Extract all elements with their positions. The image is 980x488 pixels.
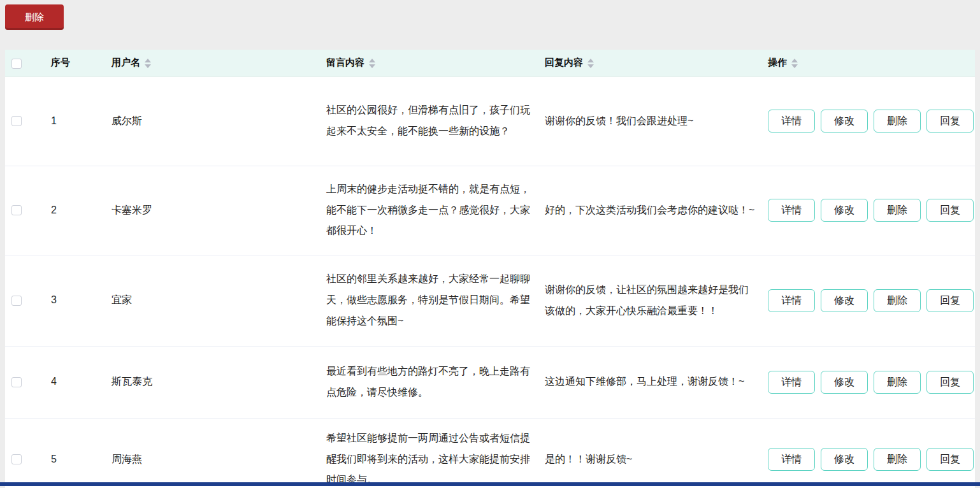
delete-button[interactable]: 删除 (874, 289, 921, 312)
table-body: 1 威尔斯 社区的公园很好，但滑梯有点旧了，孩子们玩起来不太安全，能不能换一些新… (5, 76, 975, 488)
edit-button[interactable]: 修改 (821, 199, 868, 222)
row-index: 5 (45, 418, 105, 488)
column-header-label: 用户名 (112, 57, 140, 68)
details-button[interactable]: 详情 (768, 289, 815, 312)
reply-button[interactable]: 回复 (926, 448, 974, 471)
delete-button[interactable]: 删除 (874, 448, 921, 471)
column-header-reply[interactable]: 回复内容 (538, 50, 761, 76)
row-message: 社区的公园很好，但滑梯有点旧了，孩子们玩起来不太安全，能不能换一些新的设施？ (326, 76, 538, 166)
reply-button[interactable]: 回复 (926, 110, 974, 133)
bottom-scrollbar[interactable] (0, 482, 980, 486)
edit-button[interactable]: 修改 (821, 289, 868, 312)
edit-button[interactable]: 修改 (821, 371, 868, 394)
row-checkbox[interactable] (11, 205, 22, 215)
row-message: 上周末的健步走活动挺不错的，就是有点短，能不能下一次稍微多走一点？感觉很好，大家… (326, 166, 538, 255)
row-username: 威尔斯 (105, 76, 326, 166)
table-row: 5 周海燕 希望社区能够提前一两周通过公告或者短信提醒我们即将到来的活动，这样大… (5, 418, 975, 488)
row-reply: 是的！！谢谢反馈~ (538, 418, 761, 488)
row-actions: 详情修改删除回复 (768, 289, 975, 312)
row-checkbox[interactable] (11, 454, 22, 464)
column-header-message[interactable]: 留言内容 (326, 50, 538, 76)
column-header-label: 回复内容 (545, 57, 583, 68)
table-header-row: 序号 用户名 留言内容 回复内容 操作 (5, 50, 975, 76)
sort-carets-icon[interactable] (791, 59, 798, 68)
row-username: 卡塞米罗 (105, 166, 326, 255)
table-row: 4 斯瓦泰克 最近看到有些地方的路灯不亮了，晚上走路有点危险，请尽快维修。 这边… (5, 346, 975, 418)
row-index: 4 (45, 346, 105, 418)
edit-button[interactable]: 修改 (821, 448, 868, 471)
row-actions: 详情修改删除回复 (768, 448, 975, 471)
column-header-actions[interactable]: 操作 (761, 50, 975, 76)
edit-button[interactable]: 修改 (821, 110, 868, 133)
column-header-label: 序号 (51, 57, 70, 68)
row-actions: 详情修改删除回复 (768, 110, 975, 133)
toolbar: 删除 (0, 0, 980, 45)
column-header-label: 操作 (768, 57, 787, 68)
row-index: 2 (45, 166, 105, 255)
reply-button[interactable]: 回复 (926, 289, 974, 312)
select-all-checkbox[interactable] (11, 59, 22, 69)
row-checkbox[interactable] (11, 377, 22, 387)
messages-table-container: 序号 用户名 留言内容 回复内容 操作 1 威尔斯 社区的公园很好，但滑梯有点旧… (5, 50, 975, 488)
row-message: 最近看到有些地方的路灯不亮了，晚上走路有点危险，请尽快维修。 (326, 346, 538, 418)
row-username: 斯瓦泰克 (105, 346, 326, 418)
row-reply: 这边通知下维修部，马上处理，谢谢反馈！~ (538, 346, 761, 418)
row-message: 希望社区能够提前一两周通过公告或者短信提醒我们即将到来的活动，这样大家能提前安排… (326, 418, 538, 488)
row-message: 社区的邻里关系越来越好，大家经常一起聊聊天，做些志愿服务，特别是节假日期间。希望… (326, 255, 538, 346)
delete-button[interactable]: 删除 (874, 199, 921, 222)
details-button[interactable]: 详情 (768, 371, 815, 394)
row-checkbox[interactable] (11, 116, 22, 126)
row-actions: 详情修改删除回复 (768, 371, 975, 394)
sort-carets-icon[interactable] (145, 59, 151, 68)
delete-button[interactable]: 删除 (874, 371, 921, 394)
row-reply: 谢谢你的反馈！我们会跟进处理~ (538, 76, 761, 166)
details-button[interactable]: 详情 (768, 199, 815, 222)
column-header-index: 序号 (45, 50, 105, 76)
row-checkbox[interactable] (11, 296, 22, 306)
reply-button[interactable]: 回复 (926, 371, 974, 394)
table-row: 2 卡塞米罗 上周末的健步走活动挺不错的，就是有点短，能不能下一次稍微多走一点？… (5, 166, 975, 255)
sort-carets-icon[interactable] (587, 59, 594, 68)
table-row: 1 威尔斯 社区的公园很好，但滑梯有点旧了，孩子们玩起来不太安全，能不能换一些新… (5, 76, 975, 166)
row-index: 1 (45, 76, 105, 166)
row-actions: 详情修改删除回复 (768, 199, 975, 222)
sort-carets-icon[interactable] (369, 59, 375, 68)
column-header-username[interactable]: 用户名 (105, 50, 326, 76)
delete-button[interactable]: 删除 (874, 110, 921, 133)
row-username: 周海燕 (105, 418, 326, 488)
reply-button[interactable]: 回复 (926, 199, 974, 222)
details-button[interactable]: 详情 (768, 448, 815, 471)
row-reply: 好的，下次这类活动我们会考虑你的建议哒！~ (538, 166, 761, 255)
row-reply: 谢谢你的反馈，让社区的氛围越来越好是我们该做的，大家开心快乐融洽最重要！！ (538, 255, 761, 346)
row-username: 宜家 (105, 255, 326, 346)
messages-table: 序号 用户名 留言内容 回复内容 操作 1 威尔斯 社区的公园很好，但滑梯有点旧… (5, 50, 975, 488)
details-button[interactable]: 详情 (768, 110, 815, 133)
column-header-label: 留言内容 (326, 57, 364, 68)
row-index: 3 (45, 255, 105, 346)
bulk-delete-button[interactable]: 删除 (5, 4, 64, 30)
table-row: 3 宜家 社区的邻里关系越来越好，大家经常一起聊聊天，做些志愿服务，特别是节假日… (5, 255, 975, 346)
